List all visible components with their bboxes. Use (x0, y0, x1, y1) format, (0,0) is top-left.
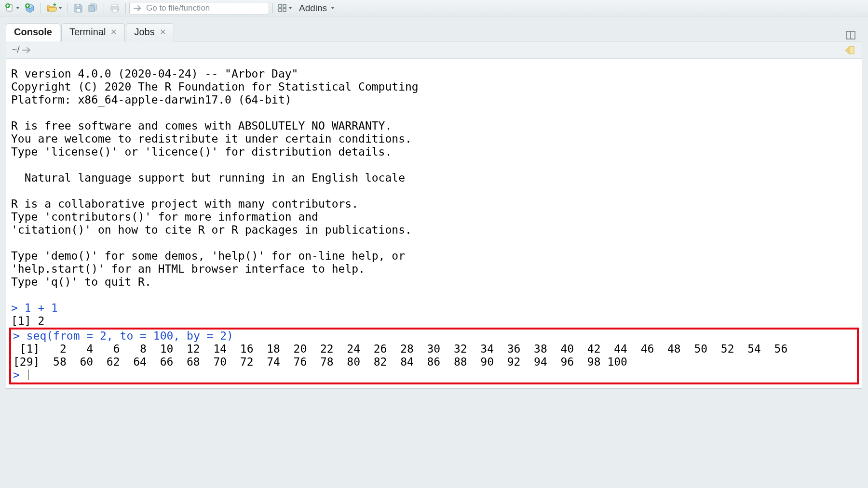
svg-rect-11 (112, 9, 117, 12)
svg-rect-12 (279, 4, 282, 7)
text-cursor (28, 369, 28, 380)
console-result-2-line2: [29] 58 60 62 64 66 68 70 72 74 76 78 80… (13, 356, 627, 368)
svg-rect-8 (76, 9, 81, 12)
goto-placeholder: Go to file/function (146, 3, 210, 13)
print-button[interactable] (108, 2, 122, 14)
console-prompt: > 1 + 1 (11, 302, 58, 314)
tab-label: Console (14, 26, 52, 38)
console-prompt: > seq(from = 2, to = 100, by = 2) (13, 330, 233, 342)
new-file-button[interactable] (3, 2, 22, 14)
goto-wd-icon[interactable] (22, 46, 32, 54)
console-command-1: 1 + 1 (25, 302, 58, 314)
tab-console[interactable]: Console (6, 23, 60, 41)
highlighted-seq-block: > seq(from = 2, to = 100, by = 2) [1] 2 … (9, 328, 859, 384)
addins-button[interactable]: Addins (295, 2, 339, 14)
svg-rect-3 (7, 5, 9, 6)
working-directory-bar: ~/ (6, 41, 862, 59)
main-toolbar: Go to file/function Addins (0, 0, 868, 16)
save-button[interactable] (71, 2, 85, 14)
svg-rect-13 (283, 4, 286, 7)
svg-rect-6 (27, 5, 29, 6)
svg-rect-7 (76, 4, 80, 7)
close-icon[interactable]: ✕ (110, 27, 117, 37)
svg-rect-15 (283, 9, 286, 12)
chevron-down-icon (288, 7, 292, 9)
new-project-button[interactable] (23, 2, 37, 14)
console-result-2-line1: [1] 2 4 6 8 10 12 14 16 18 20 22 24 26 2… (13, 343, 787, 355)
tab-label: Terminal (69, 26, 106, 38)
open-file-button[interactable] (44, 2, 64, 14)
chevron-down-icon (331, 7, 335, 9)
goto-arrow-icon (134, 4, 142, 12)
tabs-area: Console Terminal ✕ Jobs ✕ ~/ (6, 23, 862, 389)
chevron-down-icon (16, 7, 20, 9)
chevron-down-icon (58, 7, 62, 9)
svg-rect-9 (112, 4, 118, 7)
svg-rect-14 (279, 9, 282, 12)
clear-console-icon[interactable] (843, 45, 856, 55)
working-directory-path[interactable]: ~/ (12, 45, 20, 55)
tab-jobs[interactable]: Jobs ✕ (126, 23, 174, 41)
save-all-button[interactable] (86, 2, 100, 14)
console-panel: ~/ R version 4.0.0 (2020-04-24) -- "Arbo… (6, 41, 862, 389)
tab-terminal[interactable]: Terminal ✕ (61, 23, 125, 41)
goto-file-function-input[interactable]: Go to file/function (129, 2, 269, 14)
console-prompt-active[interactable]: > (13, 369, 27, 381)
addins-label: Addins (299, 3, 327, 13)
console-result-1: [1] 2 (11, 315, 44, 327)
console-startup-text: R version 4.0.0 (2020-04-24) -- "Arbor D… (11, 67, 419, 288)
console-output[interactable]: R version 4.0.0 (2020-04-24) -- "Arbor D… (6, 59, 862, 388)
grid-view-button[interactable] (276, 2, 294, 14)
console-command-2: seq(from = 2, to = 100, by = 2) (27, 330, 233, 342)
tab-label: Jobs (134, 26, 154, 38)
pane-layout-button[interactable] (844, 29, 857, 41)
close-icon[interactable]: ✕ (160, 27, 166, 37)
